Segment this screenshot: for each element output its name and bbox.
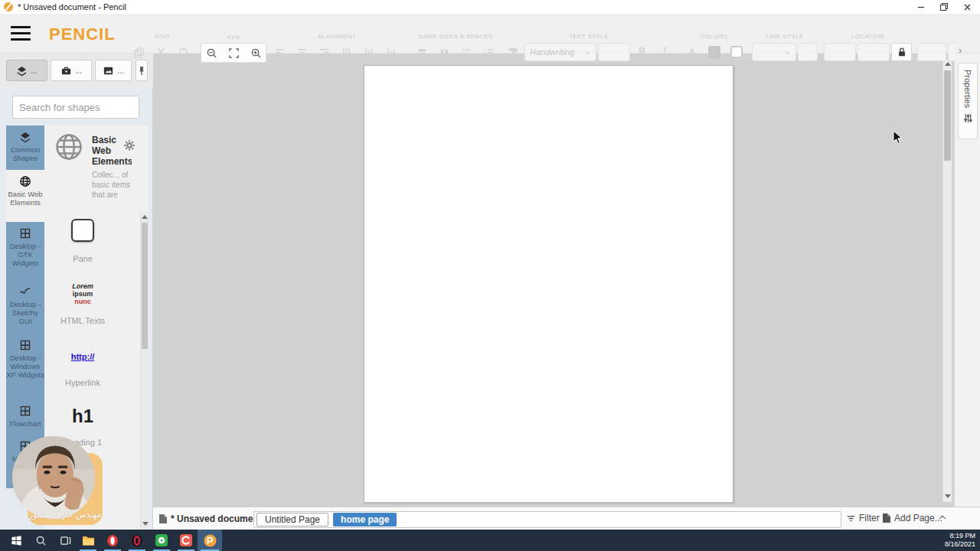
taskbar-opera-gx[interactable] [126, 530, 149, 551]
distribute-icon[interactable] [479, 43, 499, 61]
shape-label: HTML Texts [44, 316, 121, 326]
task-view-button[interactable] [54, 530, 77, 551]
menu-button[interactable] [11, 26, 31, 41]
page-tab-home[interactable]: home page [333, 513, 397, 527]
same-spacing-icon[interactable] [456, 43, 477, 61]
line-style-select[interactable] [752, 43, 796, 61]
add-page-button[interactable]: Add Page... [882, 513, 942, 523]
taskbar-opera[interactable] [101, 530, 124, 551]
scroll-down-icon[interactable] [945, 494, 951, 498]
collection-desktop-gtk[interactable]: Desktop - GTK Widgets [6, 222, 44, 280]
scroll-up-icon[interactable] [945, 62, 951, 66]
collection-common-shapes[interactable]: Common Shapes [6, 126, 44, 170]
toolbar-group-colors: COLORS A [681, 43, 746, 61]
zoom-out-icon[interactable] [201, 44, 222, 62]
taskbar-camtasia[interactable] [150, 530, 173, 551]
text-color-button[interactable]: A [681, 43, 702, 61]
italic-button[interactable]: I [654, 43, 675, 61]
add-page-icon [882, 513, 891, 523]
align-bottom-icon[interactable] [381, 43, 401, 61]
scroll-down-icon[interactable] [142, 522, 149, 526]
right-dock: Properties [954, 54, 980, 507]
canvas-vscrollbar[interactable] [942, 60, 952, 502]
align-middle-icon[interactable] [358, 43, 379, 61]
search-shapes-input[interactable] [12, 96, 139, 119]
scroll-up-icon[interactable] [142, 215, 148, 219]
gear-icon[interactable] [123, 139, 136, 152]
taskbar-recorder[interactable] [175, 530, 198, 551]
tab-collections[interactable]: ... [51, 60, 92, 81]
start-button[interactable] [5, 530, 28, 551]
zoom-fit-icon[interactable] [224, 44, 244, 62]
tab-cliparts[interactable]: ... [95, 60, 132, 81]
height-field[interactable] [948, 43, 956, 61]
font-size-field[interactable] [598, 43, 630, 61]
toolbar-group-zoom: 41% [201, 43, 266, 63]
align-right-icon[interactable] [314, 43, 335, 61]
collection-desktop-winxp[interactable]: Desktop - Windows XP Widgets [6, 334, 44, 399]
document-name: * Unsaved document [171, 514, 262, 524]
opera-icon [106, 534, 119, 547]
shape-html-texts[interactable]: Lorem ipsum nunc HTML Texts [44, 282, 121, 326]
clock-date: 8/16/2021 [945, 540, 975, 549]
collection-desktop-sketchy[interactable]: Desktop - Sketchy GUI [6, 280, 44, 334]
opera-gx-icon [131, 534, 143, 547]
title-bar: * Unsaved document - Pencil [0, 0, 980, 14]
align-left-icon[interactable] [270, 43, 290, 61]
taskbar-file-explorer[interactable] [77, 530, 100, 551]
page-tab-untitled[interactable]: Untitled Page [256, 513, 328, 527]
tab-shapes[interactable]: ... [6, 60, 47, 81]
task-view-icon [60, 535, 71, 546]
restore-button[interactable] [933, 0, 955, 14]
lock-button[interactable] [891, 43, 912, 61]
properties-tab[interactable]: Properties [958, 63, 978, 139]
shape-pane[interactable]: Pane [44, 219, 121, 264]
bold-button[interactable]: B [632, 43, 652, 61]
heading-preview: h1 [44, 406, 121, 427]
pin-panel-button[interactable] [136, 60, 148, 81]
paste-icon[interactable] [173, 43, 194, 61]
line-weight-field[interactable] [798, 43, 818, 61]
pencil-logo: PENCIL [49, 24, 116, 44]
same-height-icon[interactable] [434, 43, 455, 61]
fill-color-well[interactable] [704, 43, 724, 61]
align-top-icon[interactable] [336, 43, 357, 61]
zoom-in-icon[interactable] [246, 44, 266, 62]
toolbar-overflow-chevron-icon[interactable]: › [959, 44, 962, 56]
collapse-pages-chevron[interactable] [939, 514, 946, 520]
same-sizes-group-label: SAME SIZES & SPACES [412, 33, 499, 40]
toolbar-group-size: SIZE [917, 43, 956, 61]
same-width-icon[interactable] [412, 43, 433, 61]
format-paint-icon[interactable] [502, 43, 523, 61]
minimize-button[interactable] [910, 0, 932, 14]
canvas-page[interactable] [364, 65, 733, 503]
copy-icon[interactable] [129, 43, 149, 61]
font-family-select[interactable]: Handwriting [524, 43, 596, 61]
windows-taskbar: 8:19 PM 8/16/2021 [0, 530, 980, 551]
close-button[interactable] [956, 0, 978, 14]
scrollbar-thumb[interactable] [944, 70, 951, 161]
canvas-area[interactable] [154, 54, 954, 507]
shape-hyperlink[interactable]: http:// Hyperlink [44, 352, 121, 388]
shape-list-scrollbar[interactable] [140, 213, 149, 530]
globe-icon [54, 132, 84, 162]
align-center-icon[interactable] [292, 43, 312, 61]
taskbar-pencil[interactable] [198, 530, 222, 551]
toolbar-group-line-style: LINE STYLE [752, 43, 818, 61]
filter-button[interactable]: Filter [846, 513, 880, 523]
cut-icon[interactable] [151, 43, 172, 61]
text-style-group-label: TEXT STYLE [502, 33, 675, 40]
collection-basic-web-elements[interactable]: Basic Web Elements [6, 170, 44, 222]
image-icon [103, 65, 114, 77]
pane-preview [71, 219, 94, 242]
chevron-down-icon [784, 49, 791, 56]
toolbar-group-alignment: ALIGNMENT [270, 43, 404, 61]
main-toolbar: PENCIL EDIT 41% [0, 14, 980, 54]
width-field[interactable] [917, 43, 946, 61]
y-position-field[interactable] [858, 43, 890, 61]
x-position-field[interactable] [824, 43, 856, 61]
stroke-color-well[interactable] [726, 43, 746, 61]
taskbar-clock[interactable]: 8:19 PM 8/16/2021 [945, 532, 975, 549]
taskbar-search-button[interactable] [29, 530, 52, 551]
scrollbar-thumb[interactable] [142, 223, 148, 349]
